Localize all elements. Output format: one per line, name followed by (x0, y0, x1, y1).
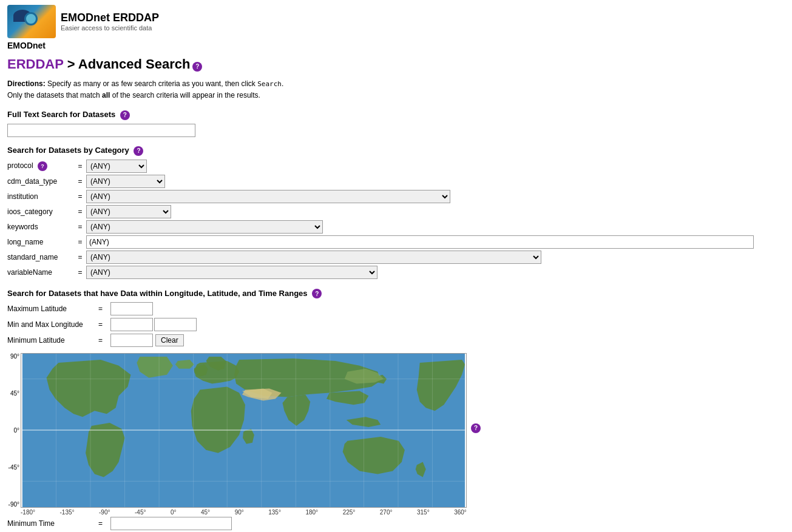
x-label-90: 90° (235, 509, 244, 516)
max-lon-input[interactable] (154, 318, 197, 331)
category-row-stdname: standard_name = (ANY) (7, 251, 785, 264)
min-time-label: Minimum Time (7, 519, 98, 528)
map-x-labels: -180° -135° -90° -45° 0° 45° 90° 135° 18… (21, 509, 467, 516)
institution-select[interactable]: (ANY) (86, 190, 450, 203)
full-text-label: Full Text Search for Datasets ? (7, 110, 785, 120)
geo-minlat-label: Minimum Latitude (7, 336, 98, 345)
logo-container: EMODnet ERDDAP Easier access to scientif… (7, 5, 159, 38)
page-header: EMODnet ERDDAP Easier access to scientif… (7, 5, 785, 38)
y-label-0: 0° (7, 427, 19, 434)
y-label-n90: -90° (7, 501, 19, 508)
category-section: Search for Datasets by Category ? protoc… (7, 146, 785, 279)
x-label-n90: -90° (99, 509, 110, 516)
stdname-select[interactable]: (ANY) (86, 251, 541, 264)
full-text-section: Full Text Search for Datasets ? (7, 110, 785, 137)
directions-text1: Specify as many or as few search criteri… (46, 79, 257, 88)
category-row-cdm: cdm_data_type = (ANY) (7, 175, 785, 188)
y-label-90: 90° (7, 353, 19, 360)
directions-section: Directions: Specify as many or as few se… (7, 78, 785, 101)
category-row-longname: long_name = (7, 235, 785, 249)
map-container: 90° 45° 0° -45° -90° (7, 353, 469, 516)
category-row-protocol: protocol ? = (ANY) (7, 160, 785, 173)
title-separator: > (64, 56, 78, 72)
map-help[interactable]: ? (471, 423, 481, 433)
cdm-select[interactable]: (ANY) (86, 175, 165, 188)
x-label-360: 360° (454, 509, 467, 516)
directions-prefix: Directions: (7, 79, 46, 88)
geo-maxlat-label: Maximum Latitude (7, 305, 98, 313)
geo-section: Search for Datasets that have Data withi… (7, 289, 785, 348)
full-text-input[interactable] (7, 124, 195, 137)
y-label-45: 45° (7, 390, 19, 397)
geo-label: Search for Datasets that have Data withi… (7, 289, 785, 299)
page-title-section: ERDDAP > Advanced Search? (7, 56, 785, 72)
x-label-315: 315° (417, 509, 430, 516)
y-label-n45: -45° (7, 464, 19, 471)
emodnet-logo (7, 5, 56, 38)
map-y-labels: 90° 45° 0° -45° -90° (7, 353, 21, 508)
field-ioos: ioos_category (7, 207, 74, 216)
category-row-ioos: ioos_category = (ANY) (7, 205, 785, 218)
varname-select[interactable]: (ANY) (86, 266, 377, 279)
erddap-link[interactable]: ERDDAP (7, 56, 64, 72)
world-map-svg[interactable] (21, 353, 467, 508)
geo-row-lon: Min and Max Longitude = (7, 318, 785, 331)
directions-text4: of the search criteria will appear in th… (110, 91, 260, 99)
geo-help[interactable]: ? (312, 289, 322, 298)
keywords-select[interactable]: (ANY) (86, 220, 323, 234)
field-cdm: cdm_data_type (7, 177, 74, 186)
x-label-135: 135° (268, 509, 281, 516)
full-text-help[interactable]: ? (120, 110, 130, 120)
x-label-180: 180° (305, 509, 318, 516)
field-varname: variableName (7, 268, 74, 277)
directions-search-code: Search (257, 80, 282, 88)
min-lat-input[interactable] (110, 334, 153, 347)
map-wrapper[interactable] (21, 353, 467, 508)
directions-text2: . (282, 79, 283, 88)
category-row-varname: variableName = (ANY) (7, 266, 785, 279)
site-subtitle: Easier access to scientific data (61, 24, 159, 32)
directions-text3: Only the datasets that match (7, 91, 102, 99)
max-lat-input[interactable] (110, 302, 153, 315)
map-help-container: ? (469, 423, 481, 433)
protocol-help[interactable]: ? (38, 161, 47, 171)
geo-row-maxlat: Maximum Latitude = (7, 302, 785, 315)
field-longname: long_name (7, 238, 74, 246)
category-help[interactable]: ? (134, 146, 143, 156)
emodnet-footer-label: EMODnet (7, 41, 785, 50)
field-protocol: protocol ? (7, 161, 74, 171)
category-row-institution: institution = (ANY) (7, 190, 785, 203)
directions-bold-all: all (102, 91, 110, 99)
geo-row-minlat: Minimum Latitude = Clear (7, 334, 785, 347)
ioos-select[interactable]: (ANY) (86, 205, 171, 218)
site-title: EMODnet ERDDAP (61, 12, 159, 24)
x-label-45: 45° (201, 509, 210, 516)
min-lon-input[interactable] (110, 318, 153, 331)
protocol-select[interactable]: (ANY) (86, 160, 147, 173)
x-label-n45: -45° (135, 509, 146, 516)
page-title: Advanced Search (78, 56, 191, 72)
x-label-270: 270° (380, 509, 393, 516)
geo-lon-label: Min and Max Longitude (7, 320, 98, 329)
min-time-input[interactable] (110, 517, 232, 530)
time-section: Minimum Time = Maximum Time = (7, 517, 785, 532)
page-title-help[interactable]: ? (192, 62, 202, 72)
x-label-225: 225° (343, 509, 356, 516)
x-label-0: 0° (171, 509, 177, 516)
field-keywords: keywords (7, 223, 74, 231)
longname-input[interactable] (86, 235, 754, 249)
category-row-keywords: keywords = (ANY) (7, 220, 785, 234)
x-label-n180: -180° (21, 509, 35, 516)
clear-button[interactable]: Clear (155, 334, 184, 346)
field-stdname: standard_name (7, 253, 74, 261)
time-row-min: Minimum Time = (7, 517, 785, 530)
category-label: Search for Datasets by Category ? (7, 146, 785, 156)
field-institution: institution (7, 192, 74, 201)
x-label-n135: -135° (60, 509, 75, 516)
logo-text: EMODnet ERDDAP Easier access to scientif… (61, 12, 159, 32)
